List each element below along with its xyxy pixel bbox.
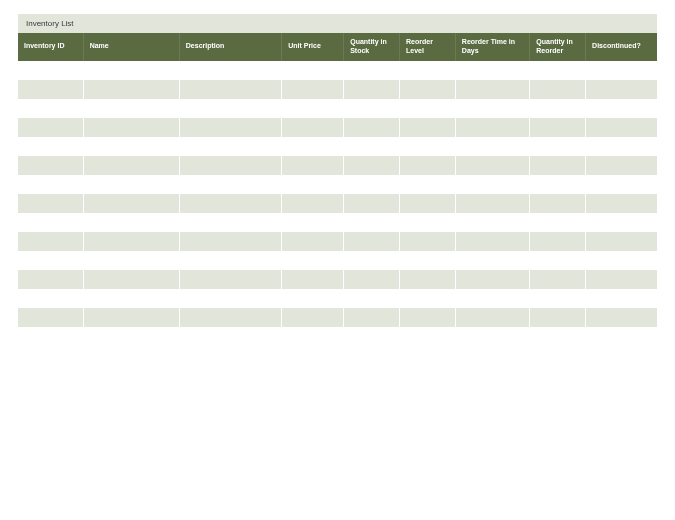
cell[interactable] bbox=[179, 270, 281, 289]
cell[interactable] bbox=[400, 194, 456, 213]
cell[interactable] bbox=[586, 308, 657, 327]
cell[interactable] bbox=[400, 156, 456, 175]
col-header-quantity-stock[interactable]: Quantity in Stock bbox=[344, 33, 400, 61]
cell[interactable] bbox=[83, 118, 179, 137]
cell[interactable] bbox=[282, 289, 344, 308]
cell[interactable] bbox=[455, 308, 529, 327]
col-header-name[interactable]: Name bbox=[83, 33, 179, 61]
cell[interactable] bbox=[282, 156, 344, 175]
cell[interactable] bbox=[455, 194, 529, 213]
cell[interactable] bbox=[400, 80, 456, 99]
cell[interactable] bbox=[530, 156, 586, 175]
cell[interactable] bbox=[586, 194, 657, 213]
cell[interactable] bbox=[530, 289, 586, 308]
cell[interactable] bbox=[18, 232, 83, 251]
cell[interactable] bbox=[282, 308, 344, 327]
cell[interactable] bbox=[530, 213, 586, 232]
cell[interactable] bbox=[282, 232, 344, 251]
cell[interactable] bbox=[400, 251, 456, 270]
cell[interactable] bbox=[530, 175, 586, 194]
cell[interactable] bbox=[586, 175, 657, 194]
cell[interactable] bbox=[400, 289, 456, 308]
cell[interactable] bbox=[344, 308, 400, 327]
cell[interactable] bbox=[586, 270, 657, 289]
cell[interactable] bbox=[586, 80, 657, 99]
cell[interactable] bbox=[455, 156, 529, 175]
cell[interactable] bbox=[179, 289, 281, 308]
cell[interactable] bbox=[455, 99, 529, 118]
col-header-reorder-level[interactable]: Reorder Level bbox=[400, 33, 456, 61]
cell[interactable] bbox=[83, 251, 179, 270]
cell[interactable] bbox=[18, 251, 83, 270]
cell[interactable] bbox=[179, 251, 281, 270]
cell[interactable] bbox=[400, 99, 456, 118]
cell[interactable] bbox=[455, 80, 529, 99]
cell[interactable] bbox=[83, 289, 179, 308]
col-header-quantity-reorder[interactable]: Quantity in Reorder bbox=[530, 33, 586, 61]
cell[interactable] bbox=[586, 251, 657, 270]
cell[interactable] bbox=[530, 251, 586, 270]
cell[interactable] bbox=[455, 175, 529, 194]
cell[interactable] bbox=[179, 118, 281, 137]
col-header-inventory-id[interactable]: Inventory ID bbox=[18, 33, 83, 61]
cell[interactable] bbox=[344, 175, 400, 194]
cell[interactable] bbox=[400, 308, 456, 327]
cell[interactable] bbox=[18, 308, 83, 327]
cell[interactable] bbox=[530, 194, 586, 213]
cell[interactable] bbox=[83, 194, 179, 213]
cell[interactable] bbox=[18, 175, 83, 194]
cell[interactable] bbox=[530, 118, 586, 137]
cell[interactable] bbox=[400, 175, 456, 194]
cell[interactable] bbox=[344, 251, 400, 270]
cell[interactable] bbox=[179, 308, 281, 327]
cell[interactable] bbox=[400, 137, 456, 156]
cell[interactable] bbox=[344, 80, 400, 99]
cell[interactable] bbox=[586, 137, 657, 156]
cell[interactable] bbox=[586, 61, 657, 80]
cell[interactable] bbox=[586, 118, 657, 137]
cell[interactable] bbox=[400, 232, 456, 251]
cell[interactable] bbox=[282, 194, 344, 213]
cell[interactable] bbox=[179, 137, 281, 156]
cell[interactable] bbox=[344, 194, 400, 213]
cell[interactable] bbox=[455, 251, 529, 270]
cell[interactable] bbox=[282, 118, 344, 137]
cell[interactable] bbox=[83, 270, 179, 289]
cell[interactable] bbox=[455, 61, 529, 80]
cell[interactable] bbox=[282, 270, 344, 289]
cell[interactable] bbox=[282, 251, 344, 270]
cell[interactable] bbox=[83, 80, 179, 99]
cell[interactable] bbox=[83, 213, 179, 232]
cell[interactable] bbox=[18, 194, 83, 213]
cell[interactable] bbox=[400, 213, 456, 232]
cell[interactable] bbox=[179, 175, 281, 194]
cell[interactable] bbox=[83, 232, 179, 251]
cell[interactable] bbox=[282, 175, 344, 194]
cell[interactable] bbox=[18, 99, 83, 118]
cell[interactable] bbox=[530, 308, 586, 327]
col-header-unit-price[interactable]: Unit Price bbox=[282, 33, 344, 61]
cell[interactable] bbox=[530, 80, 586, 99]
cell[interactable] bbox=[530, 232, 586, 251]
cell[interactable] bbox=[282, 80, 344, 99]
cell[interactable] bbox=[282, 99, 344, 118]
cell[interactable] bbox=[455, 270, 529, 289]
cell[interactable] bbox=[179, 99, 281, 118]
cell[interactable] bbox=[344, 289, 400, 308]
col-header-reorder-time[interactable]: Reorder Time in Days bbox=[455, 33, 529, 61]
cell[interactable] bbox=[18, 270, 83, 289]
cell[interactable] bbox=[344, 118, 400, 137]
cell[interactable] bbox=[18, 156, 83, 175]
cell[interactable] bbox=[83, 61, 179, 80]
cell[interactable] bbox=[400, 118, 456, 137]
cell[interactable] bbox=[344, 213, 400, 232]
cell[interactable] bbox=[530, 61, 586, 80]
cell[interactable] bbox=[344, 99, 400, 118]
cell[interactable] bbox=[344, 270, 400, 289]
cell[interactable] bbox=[282, 137, 344, 156]
cell[interactable] bbox=[586, 99, 657, 118]
col-header-description[interactable]: Description bbox=[179, 33, 281, 61]
cell[interactable] bbox=[18, 289, 83, 308]
cell[interactable] bbox=[530, 99, 586, 118]
cell[interactable] bbox=[18, 80, 83, 99]
